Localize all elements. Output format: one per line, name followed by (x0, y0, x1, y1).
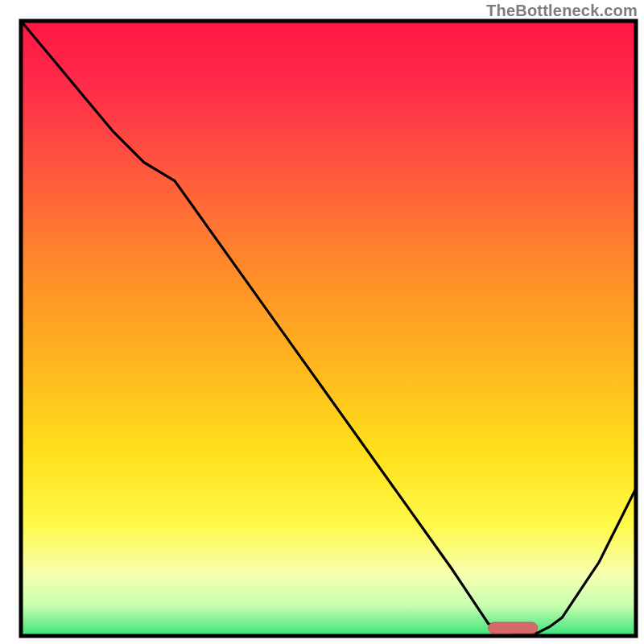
optimal-range-marker (489, 622, 538, 634)
watermark-text: TheBottleneck.com (486, 2, 638, 20)
plot-area (21, 21, 636, 636)
chart-svg (0, 0, 644, 644)
gradient-background (21, 21, 636, 636)
bottleneck-chart: TheBottleneck.com (0, 0, 644, 644)
